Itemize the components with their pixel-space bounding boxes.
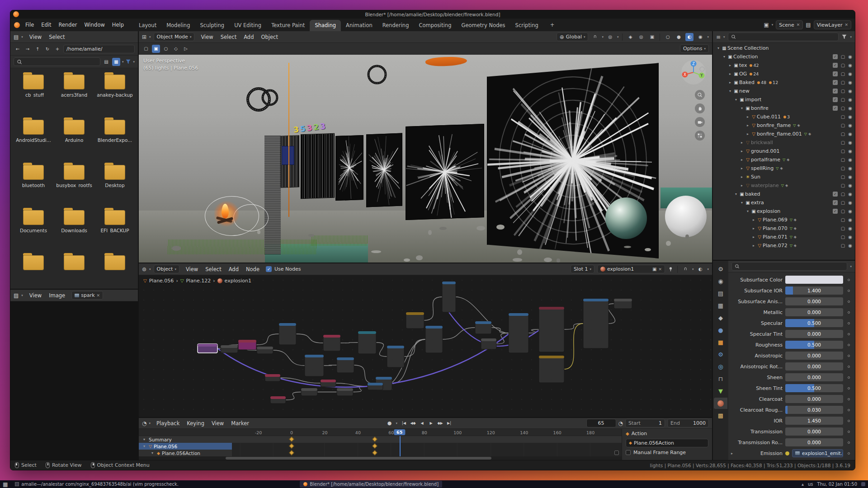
editor-type-icon[interactable]: ≡ (716, 34, 721, 40)
value-slider[interactable]: 0.000 (785, 330, 843, 338)
outliner-row[interactable]: ▸▽spellRing▽◈▢◉ (713, 164, 855, 173)
tool-circle-select-button[interactable]: ○ (162, 45, 170, 53)
image-menu-view[interactable]: View (26, 291, 45, 300)
image-unlink-icon[interactable]: ✕ (97, 293, 100, 298)
hide-viewport-icon[interactable]: ▢ (841, 209, 845, 214)
decorator-dot[interactable] (846, 431, 851, 433)
play-button[interactable]: ▶ (427, 419, 435, 427)
expand-icon[interactable]: ▸ (727, 63, 733, 67)
gizmos-icon[interactable]: ◎ (637, 33, 645, 41)
expand-icon[interactable]: ▾ (739, 106, 745, 110)
shader-node[interactable] (387, 346, 404, 367)
timeline-menu-playback[interactable]: Playback (153, 419, 183, 428)
exclude-checkbox[interactable]: ✓ (833, 71, 838, 76)
shader-node[interactable] (583, 299, 609, 348)
hide-viewport-icon[interactable]: ▢ (841, 54, 845, 59)
properties-tab-object-data[interactable]: ▼ (714, 385, 727, 397)
shader-node[interactable] (425, 326, 443, 353)
editor-type-icon[interactable]: ▤ (14, 34, 19, 40)
shader-node[interactable] (481, 338, 496, 349)
properties-tab-view-layer[interactable]: ▦ (714, 300, 727, 311)
outliner-row[interactable]: ▸▽Plane.069▽◈▢◉ (713, 216, 855, 224)
properties-tab-texture[interactable]: ▩ (714, 410, 727, 421)
folder-item[interactable]: EFI_BACKUP (94, 210, 135, 252)
hide-viewport-icon[interactable]: ▢ (841, 123, 845, 128)
outliner-row[interactable]: ▾▦Scene Collection (713, 44, 855, 52)
disable-render-icon[interactable]: ◉ (848, 209, 852, 214)
decorator-dot[interactable] (846, 290, 851, 292)
shader-node[interactable] (406, 312, 424, 328)
zoom-icon[interactable] (695, 90, 705, 100)
timeline-tracks[interactable]: ▾Summary▾▽Plane.056▾◆Plane.056Action (139, 436, 622, 456)
channel-mute-checkbox[interactable] (614, 450, 619, 455)
expand-icon[interactable]: ▸ (739, 183, 745, 188)
outliner-row[interactable]: ▸▽brickwall▢◉ (713, 138, 855, 147)
expand-icon[interactable]: ▾ (733, 98, 739, 102)
emission-texture-field[interactable]: explosion1_emit.png (792, 449, 843, 457)
outliner-row[interactable]: ▸▽Plane.070▽◈▢◉ (713, 224, 855, 233)
tool-cursor-button[interactable]: ▢ (142, 45, 150, 53)
properties-tab-tool[interactable]: ⚙ (714, 263, 727, 275)
display-grid-button[interactable]: ▦ (112, 58, 120, 66)
expand-icon[interactable]: ▸ (739, 166, 745, 170)
shader-type-dropdown[interactable]: Object▾ (154, 265, 179, 273)
breadcrumb-item[interactable]: Plane.122 (186, 278, 211, 284)
outliner-row[interactable]: ▾▣baked✓▢◉ (713, 190, 855, 198)
viewport-scene[interactable]: 35323 User Perspective (139, 55, 712, 263)
exclude-checkbox[interactable]: ✓ (833, 54, 838, 59)
decorator-dot[interactable] (846, 279, 851, 281)
image-selector[interactable]: spark ✕ (71, 291, 103, 300)
value-slider[interactable]: 0.500 (785, 384, 843, 392)
slot-dropdown[interactable]: Slot 1▾ (571, 265, 594, 273)
shader-node[interactable] (301, 388, 317, 396)
channel-row[interactable]: ▾Summary (139, 436, 622, 443)
decorator-dot[interactable] (846, 376, 851, 379)
shader-menu-node[interactable]: Node (242, 265, 263, 274)
path-field[interactable]: /home/amalie/ (63, 45, 135, 53)
viewport-menu-select[interactable]: Select (217, 33, 240, 42)
overlays-icon[interactable]: ◐ (696, 265, 704, 273)
disable-render-icon[interactable]: ◉ (848, 54, 852, 59)
display-list-button[interactable]: ▤ (102, 58, 110, 66)
shading-wireframe-button[interactable]: ○ (664, 33, 672, 41)
snap-magnet-icon[interactable]: ∪ (591, 33, 599, 41)
file-menu-view[interactable]: View (26, 33, 45, 42)
disable-render-icon[interactable]: ◉ (848, 63, 852, 68)
decorator-dot[interactable] (846, 355, 851, 357)
shader-node[interactable] (337, 357, 354, 373)
decorator-dot[interactable] (846, 441, 851, 444)
value-slider[interactable]: 0.000 (785, 373, 843, 381)
pin-icon[interactable] (668, 266, 674, 272)
tab-geometry-nodes[interactable]: Geometry Nodes (457, 20, 510, 31)
shading-rendered-button[interactable]: ◉ (696, 33, 704, 41)
keyframe-diamond[interactable] (289, 443, 294, 448)
orientation-dropdown[interactable]: ⊕ Global▾ (557, 33, 589, 41)
outliner-row[interactable]: ▸▽bonfire_flame.001▽◈▢◉ (713, 130, 855, 138)
file-menu-select[interactable]: Select (45, 33, 68, 42)
timeline-menu-marker[interactable]: Marker (227, 419, 253, 428)
editor-type-icon[interactable]: ⊞ (142, 34, 146, 40)
disable-render-icon[interactable]: ◉ (848, 149, 852, 154)
folder-item[interactable]: bluetooth (13, 165, 54, 206)
shader-node[interactable] (368, 383, 383, 390)
outliner-row[interactable]: ▸▽ground.001▢◉ (713, 147, 855, 155)
disable-render-icon[interactable]: ◉ (848, 217, 852, 222)
timeline-menu-view[interactable]: View (208, 419, 227, 428)
scene-browse-icon[interactable]: ▣ (764, 22, 769, 28)
folder-item[interactable]: Arduino (54, 120, 94, 161)
hide-viewport-icon[interactable]: ▢ (841, 235, 845, 239)
hide-viewport-icon[interactable]: ▢ (841, 183, 845, 188)
expand-icon[interactable]: ▸ (739, 149, 745, 153)
properties-tab-render[interactable]: ◉ (714, 276, 727, 287)
value-slider[interactable]: 0.000 (785, 427, 843, 436)
expand-icon[interactable]: ▸ (739, 141, 745, 145)
editor-type-icon[interactable]: ◔ (142, 421, 146, 426)
tab-layout[interactable]: Layout (134, 20, 161, 31)
tab-rendering[interactable]: Rendering (377, 20, 414, 31)
expand-icon[interactable]: ▾ (733, 192, 739, 196)
action-datablock-field[interactable]: ◆ Plane.056Action (626, 439, 708, 447)
shader-menu-add[interactable]: Add (225, 265, 242, 274)
hide-viewport-icon[interactable]: ▢ (841, 63, 845, 68)
search-input[interactable] (14, 57, 100, 66)
exclude-checkbox[interactable]: ✓ (833, 106, 838, 111)
